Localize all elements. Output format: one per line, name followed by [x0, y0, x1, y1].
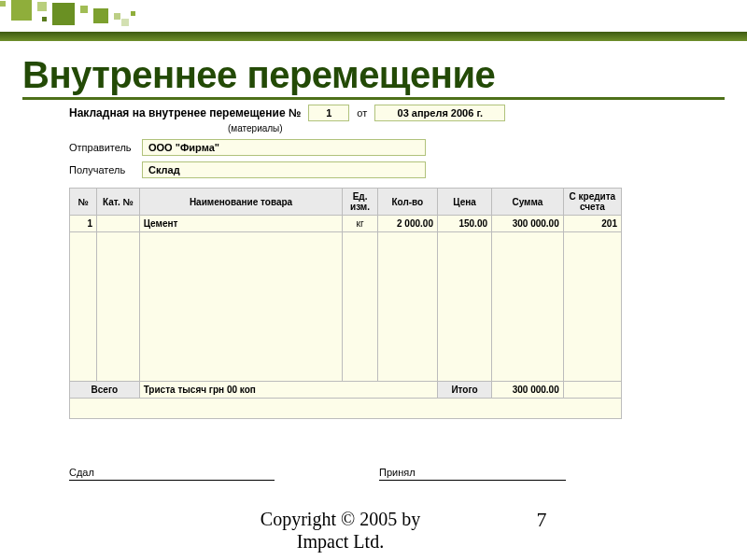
sender-field[interactable]: ООО "Фирма"	[142, 139, 426, 156]
invoice-date-field[interactable]: 03 апреля 2006 г.	[374, 105, 505, 121]
col-qty: Кол-во	[377, 189, 437, 216]
receiver-field[interactable]: Склад	[142, 161, 426, 178]
sign-took-line	[379, 480, 566, 481]
itogo-value: 300 000.00	[492, 382, 564, 399]
table-row[interactable]: 1 Цемент кг 2 000.00 150.00 300 000.00 2…	[70, 216, 622, 232]
cell-unit: кг	[343, 216, 377, 232]
cell-no: 1	[70, 216, 97, 232]
signatures: Сдал Принял	[69, 467, 622, 481]
cell-qty: 2 000.00	[377, 216, 437, 232]
copyright-line1: Copyright © 2005 by	[261, 509, 420, 529]
notes-row[interactable]	[70, 399, 622, 419]
col-credit: С кредита счета	[563, 189, 621, 216]
vsego-label: Всего	[70, 382, 140, 399]
invoice-form: Накладная на внутренее перемещение № 1 о…	[69, 105, 622, 419]
col-unit: Ед. изм.	[343, 189, 377, 216]
items-table: № Кат. № Наименование товара Ед. изм. Ко…	[69, 188, 622, 419]
page-title: Внутреннее перемещение	[22, 54, 725, 96]
col-no: №	[70, 189, 97, 216]
sign-gave-line	[69, 480, 275, 481]
copyright: Copyright © 2005 by Impact Ltd.	[201, 508, 481, 553]
materials-subtitle: (материалы)	[228, 123, 622, 133]
page-number: 7	[537, 508, 547, 532]
sender-label: Отправитель	[69, 142, 142, 153]
sign-gave-label: Сдал	[69, 467, 275, 478]
cell-price: 150.00	[437, 216, 491, 232]
total-words: Триста тысяч грн 00 коп	[139, 382, 437, 399]
cell-cat	[97, 216, 140, 232]
col-cat: Кат. №	[97, 189, 140, 216]
cell-sum: 300 000.00	[492, 216, 564, 232]
cell-credit: 201	[563, 216, 621, 232]
header-band	[0, 32, 747, 41]
invoice-header-label: Накладная на внутренее перемещение №	[69, 106, 301, 119]
cell-name: Цемент	[139, 216, 343, 232]
table-header-row: № Кат. № Наименование товара Ед. изм. Ко…	[70, 189, 622, 216]
sign-took-label: Принял	[379, 467, 566, 478]
invoice-number-field[interactable]: 1	[308, 105, 349, 121]
itogo-label: Итого	[437, 382, 491, 399]
table-empty-space	[70, 232, 622, 382]
col-price: Цена	[437, 189, 491, 216]
receiver-label: Получатель	[69, 164, 142, 175]
col-name: Наименование товара	[139, 189, 343, 216]
from-label: от	[357, 107, 367, 119]
copyright-line2: Impact Ltd.	[297, 531, 384, 552]
table-total-row: Всего Триста тысяч грн 00 коп Итого 300 …	[70, 382, 622, 399]
footer: Copyright © 2005 by Impact Ltd. 7	[0, 508, 747, 553]
col-sum: Сумма	[492, 189, 564, 216]
title-underline	[22, 97, 725, 100]
